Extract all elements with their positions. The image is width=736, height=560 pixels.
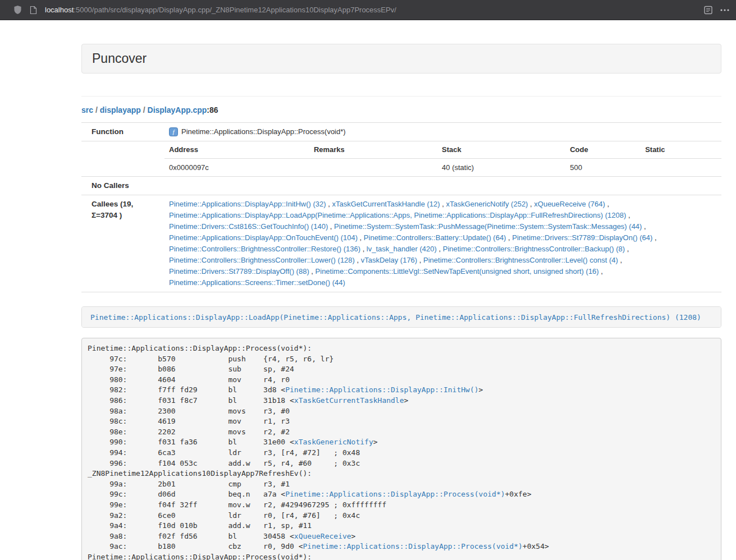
callee-link[interactable]: Pinetime::Applications::DisplayApp::OnTo… [169,233,358,242]
url-path: :5000/path/src/displayapp/DisplayApp.cpp… [74,6,396,14]
disassembly-symbol-link[interactable]: xQueueReceive [294,532,351,540]
breadcrumb-link[interactable]: src [81,105,93,114]
related-symbol-heading: Pinetime::Applications::DisplayApp::Load… [82,307,721,327]
remarks-cell [309,159,437,177]
callee-link[interactable]: Pinetime::Drivers::St7789::DisplayOff() … [169,267,309,276]
disassembly-symbol-link[interactable]: Pinetime::Applications::DisplayApp::Init… [285,385,478,394]
callee-link[interactable]: xQueueReceive (764) [534,200,605,208]
breadcrumb-line-number: :86 [207,105,218,114]
callee-link[interactable]: Pinetime::Components::LittleVgl::SetNewT… [316,267,599,276]
callee-link[interactable]: Pinetime::Drivers::Cst816S::GetTouchInfo… [169,222,328,231]
address-cell: 0x0000097c [164,159,309,177]
callee-link[interactable]: Pinetime::Applications::DisplayApp::Load… [169,211,626,219]
breadcrumb-link[interactable]: DisplayApp.cpp [148,105,207,114]
url-host: localhost [45,6,74,14]
stack-cell: 40 (static) [437,159,565,177]
page-title-panel: Puncover [81,44,721,74]
page-info-icon[interactable] [30,6,37,15]
col-static: Static [641,141,721,159]
no-callers-row: No Callers [81,177,721,195]
function-label: Function [81,123,164,141]
stats-row: Address Remarks Stack Code Static 0x0000… [81,141,721,177]
callee-link[interactable]: xTaskGenericNotify (252) [446,200,528,208]
no-callers-label: No Callers [81,177,164,195]
callee-link[interactable]: Pinetime::Applications::DisplayApp::Init… [169,200,326,208]
callee-link[interactable]: Pinetime::Applications::Screens::Timer::… [169,278,345,287]
disassembly-code: Pinetime::Applications::DisplayApp::Proc… [88,344,549,560]
callee-link[interactable]: xTaskGetCurrentTaskHandle (12) [332,200,440,208]
col-address: Address [164,141,309,159]
function-detail-table: Function f Pinetime::Applications::Displ… [81,122,721,292]
reader-mode-icon[interactable] [704,6,712,15]
browser-toolbar: localhost:5000/path/src/displayapp/Displ… [0,0,736,20]
disassembly-symbol-link[interactable]: xTaskGetCurrentTaskHandle [294,396,404,405]
divider [81,96,721,97]
callees-row: Callees (19, Σ=3704 ) Pinetime::Applicat… [81,195,721,292]
symbol-stats-table: Address Remarks Stack Code Static 0x0000… [164,141,721,176]
callee-link[interactable]: Pinetime::Drivers::St7789::DisplayOn() (… [512,233,652,242]
code-cell: 500 [565,159,641,177]
shield-icon[interactable] [13,5,22,15]
callee-link[interactable]: vTaskDelay (176) [361,256,417,264]
static-cell [641,159,721,177]
related-symbol-panel: Pinetime::Applications::DisplayApp::Load… [81,306,721,328]
related-symbol-link[interactable]: Pinetime::Applications::DisplayApp::Load… [90,313,701,322]
breadcrumb-separator: / [93,105,100,114]
callee-link[interactable]: Pinetime::Controllers::BrightnessControl… [443,245,625,253]
callee-link[interactable]: Pinetime::Controllers::Battery::Update()… [364,233,506,242]
breadcrumb-link[interactable]: displayapp [100,105,141,114]
disassembly-block: Pinetime::Applications::DisplayApp::Proc… [81,338,721,560]
table-row: 0x0000097c 40 (static) 500 [164,159,721,177]
function-row: Function f Pinetime::Applications::Displ… [81,123,721,141]
callee-link[interactable]: Pinetime::Controllers::BrightnessControl… [169,256,355,264]
main-content: Puncover src / displayapp / DisplayApp.c… [81,20,721,560]
breadcrumb: src / displayapp / DisplayApp.cpp:86 [81,104,721,116]
page-title: Puncover [92,51,147,66]
callees-list: Pinetime::Applications::DisplayApp::Init… [164,195,721,292]
col-stack: Stack [437,141,565,159]
disassembly-symbol-link[interactable]: xTaskGenericNotify [294,438,373,446]
callee-link[interactable]: Pinetime::Controllers::BrightnessControl… [169,245,360,253]
callee-link[interactable]: lv_task_handler (420) [367,245,437,253]
breadcrumb-separator: / [141,105,148,114]
url-bar[interactable]: localhost:5000/path/src/displayapp/Displ… [45,6,696,14]
function-name: Pinetime::Applications::DisplayApp::Proc… [181,126,346,137]
callees-label: Callees (19, Σ=3704 ) [81,195,164,292]
callee-link[interactable]: Pinetime::System::SystemTask::PushMessag… [334,222,642,231]
col-remarks: Remarks [309,141,437,159]
function-icon: f [169,127,178,136]
disassembly-symbol-link[interactable]: Pinetime::Applications::DisplayApp::Proc… [285,490,505,498]
col-code: Code [565,141,641,159]
callee-link[interactable]: Pinetime::Controllers::BrightnessControl… [423,256,618,264]
disassembly-symbol-link[interactable]: Pinetime::Applications::DisplayApp::Proc… [303,542,523,550]
overflow-menu-icon[interactable] [720,9,729,11]
